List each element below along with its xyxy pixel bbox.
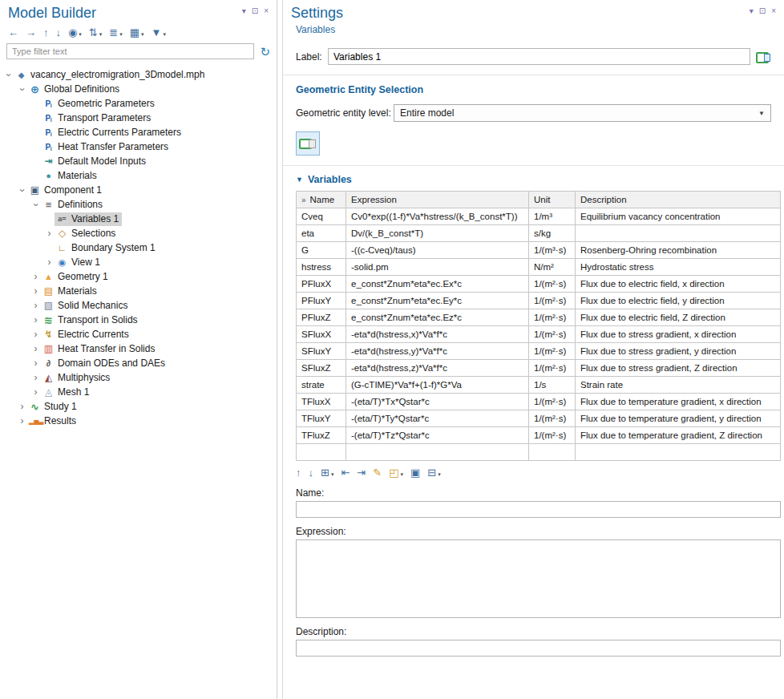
cell-unit[interactable]: 1/s	[529, 377, 576, 394]
collapse-all-button[interactable]: ⇅▾	[89, 27, 102, 38]
cell-description[interactable]: Hydrostatic stress	[576, 259, 781, 276]
cell-unit[interactable]: 1/(m²·s)	[529, 410, 576, 427]
expand-icon[interactable]: ›	[44, 257, 55, 268]
collapse-icon[interactable]: ›	[3, 70, 14, 80]
table-row[interactable]: SFluxZ-eta*d(hstress,z)*Va*f*c1/(m²·s)Fl…	[297, 360, 781, 377]
tree-item-boundary-system-1[interactable]: ∟Boundary System 1	[0, 240, 277, 255]
tree-item-default-model-inputs[interactable]: ⇥Default Model Inputs	[0, 154, 277, 168]
cell-description[interactable]: Equilibrium vacancy concentration	[576, 208, 781, 225]
expand-icon[interactable]: ›	[30, 315, 41, 325]
expand-icon[interactable]: ›	[30, 286, 41, 297]
cell-unit[interactable]: 1/(m²·s)	[529, 293, 576, 309]
table-row[interactable]: etaDv/(k_B_const*T)s/kg	[297, 225, 781, 242]
table-row[interactable]: TFluxY-(eta/T)*Ty*Qstar*c1/(m²·s)Flux du…	[297, 410, 781, 427]
cell-name[interactable]: G	[297, 242, 346, 259]
cell-expression[interactable]: Cv0*exp((1-f)*Va*hstress/(k_B_const*T))	[346, 208, 529, 225]
expand-icon[interactable]: ›	[30, 272, 41, 282]
table-row-empty[interactable]	[297, 444, 781, 461]
tree-item-geometric-parameters[interactable]: PᵢGeometric Parameters	[0, 96, 277, 111]
cell-name[interactable]: PFluxY	[297, 293, 346, 309]
cell-unit[interactable]: 1/(m²·s)	[529, 309, 576, 326]
expand-icon[interactable]: ›	[30, 344, 41, 354]
tree-item-definitions[interactable]: ›≡Definitions	[0, 197, 277, 212]
cell-description[interactable]: Flux due to electric field, x direction	[576, 276, 781, 293]
cell-name[interactable]: TFluxX	[297, 394, 346, 410]
refresh-icon[interactable]: ↻	[260, 46, 270, 58]
active-selection-toggle-button[interactable]	[296, 131, 320, 156]
tree-item-transport-in-solids[interactable]: ›≋Transport in Solids	[0, 313, 277, 327]
cell-unit[interactable]: 1/(m²·s)	[529, 343, 576, 360]
load-from-file-button[interactable]: ◰▾	[389, 467, 403, 478]
cell-description[interactable]: Flux due to temperature gradient, Z dire…	[576, 427, 781, 444]
cell-name[interactable]: PFluxX	[297, 276, 346, 293]
cell-name[interactable]: PFluxZ	[297, 309, 346, 326]
close-icon[interactable]: ×	[771, 7, 776, 15]
cell-description[interactable]: Strain rate	[576, 377, 781, 394]
column-header-expression[interactable]: Expression	[346, 192, 529, 208]
cell-expression[interactable]: e_const*Znum*eta*ec.Ez*c	[346, 309, 529, 326]
geometric-entity-level-select[interactable]: Entire model ▼	[394, 104, 771, 122]
cell-unit[interactable]: N/m²	[529, 259, 576, 276]
cell-description[interactable]	[576, 444, 781, 461]
cell-expression[interactable]	[346, 444, 529, 461]
collapse-icon[interactable]: ›	[30, 200, 41, 210]
expand-icon[interactable]: ›	[44, 228, 55, 239]
move-up-button[interactable]: ↑	[296, 467, 301, 478]
column-header-name[interactable]: »Name	[297, 192, 346, 208]
cell-expression[interactable]: -eta*d(hstress,y)*Va*f*c	[346, 343, 529, 360]
table-row[interactable]: SFluxX-eta*d(hstress,x)*Va*f*c1/(m²·s)Fl…	[297, 326, 781, 343]
tree-item-global-definitions[interactable]: ›⊕Global Definitions	[0, 82, 277, 96]
tree-item-vacancy-electromigration-3dmodel-mph[interactable]: ›◆vacancy_electromigration_3Dmodel.mph	[0, 67, 277, 82]
cell-expression[interactable]: e_const*Znum*eta*ec.Ex*c	[346, 276, 529, 293]
cell-unit[interactable]: 1/(m³·s)	[529, 242, 576, 259]
move-to-bottom-button[interactable]: ⇥	[357, 467, 366, 478]
expand-icon[interactable]: ›	[17, 416, 27, 426]
cell-expression[interactable]: -solid.pm	[346, 259, 529, 276]
cell-unit[interactable]: 1/(m²·s)	[529, 326, 576, 343]
expression-input[interactable]	[296, 539, 781, 618]
tree-item-domain-odes-and-daes[interactable]: ›∂Domain ODEs and DAEs	[0, 356, 277, 370]
cell-description[interactable]: Flux due to temperature gradient, x dire…	[576, 394, 781, 410]
cell-expression[interactable]: -(eta/T)*Tx*Qstar*c	[346, 394, 529, 410]
expand-icon[interactable]: ›	[30, 329, 41, 340]
save-to-file-button[interactable]: ▣	[410, 467, 420, 478]
cell-description[interactable]: Flux due to stress gradient, y direction	[576, 343, 781, 360]
cell-description[interactable]: Flux due to stress gradient, x direction	[576, 326, 781, 343]
tree-item-solid-mechanics[interactable]: ›▨Solid Mechanics	[0, 298, 277, 313]
show-button[interactable]: ◉▾	[68, 27, 82, 38]
variables-section-header[interactable]: ▼ Variables	[296, 174, 771, 185]
cell-description[interactable]: Flux due to electric field, Z direction	[576, 309, 781, 326]
tree-item-electric-currents-parameters[interactable]: PᵢElectric Currents Parameters	[0, 125, 277, 139]
cell-name[interactable]: SFluxX	[297, 326, 346, 343]
collapse-icon[interactable]: ›	[17, 84, 27, 95]
tree-item-selections[interactable]: ›◇Selections	[0, 226, 277, 240]
table-row[interactable]: TFluxZ-(eta/T)*Tz*Qstar*c1/(m²·s)Flux du…	[297, 427, 781, 444]
table-row[interactable]: CveqCv0*exp((1-f)*Va*hstress/(k_B_const*…	[297, 208, 781, 225]
move-down-button[interactable]: ↓	[309, 467, 314, 478]
cell-unit[interactable]: 1/(m²·s)	[529, 360, 576, 377]
table-row[interactable]: G-((c-Cveq)/taus)1/(m³·s)Rosenberg-Ohrin…	[297, 242, 781, 259]
tree-item-variables-1[interactable]: a=Variables 1	[0, 212, 277, 226]
panel-menu-icon[interactable]: ▾	[242, 7, 246, 15]
cell-expression[interactable]: Dv/(k_B_const*T)	[346, 225, 529, 242]
tree-item-study-1[interactable]: ›∿Study 1	[0, 399, 277, 414]
tree-item-geometry-1[interactable]: ›▲Geometry 1	[0, 269, 277, 284]
cell-expression[interactable]: -eta*d(hstress,z)*Va*f*c	[346, 360, 529, 377]
tree-item-view-1[interactable]: ›◉View 1	[0, 255, 277, 269]
tree-item-materials[interactable]: ●Materials	[0, 168, 277, 183]
cell-expression[interactable]: (G-cTIME)*Va*f+(1-f)*G*Va	[346, 377, 529, 394]
move-to-top-button[interactable]: ⇤	[341, 467, 350, 478]
label-action-icon[interactable]	[755, 50, 771, 63]
table-row[interactable]: strate(G-cTIME)*Va*f+(1-f)*G*Va1/sStrain…	[297, 377, 781, 394]
name-input[interactable]	[296, 501, 781, 518]
close-icon[interactable]: ×	[264, 7, 269, 15]
cell-name[interactable]: SFluxY	[297, 343, 346, 360]
edit-button[interactable]: ✎	[373, 467, 382, 478]
back-button[interactable]: ←	[8, 27, 18, 38]
cell-name[interactable]: TFluxY	[297, 410, 346, 427]
cell-description[interactable]: Flux due to electric field, y direction	[576, 293, 781, 309]
tree-item-results[interactable]: ›▂▅▃Results	[0, 414, 277, 428]
expand-icon[interactable]: ›	[30, 301, 41, 311]
tree-item-transport-parameters[interactable]: PᵢTransport Parameters	[0, 111, 277, 125]
cell-expression[interactable]: -(eta/T)*Ty*Qstar*c	[346, 410, 529, 427]
